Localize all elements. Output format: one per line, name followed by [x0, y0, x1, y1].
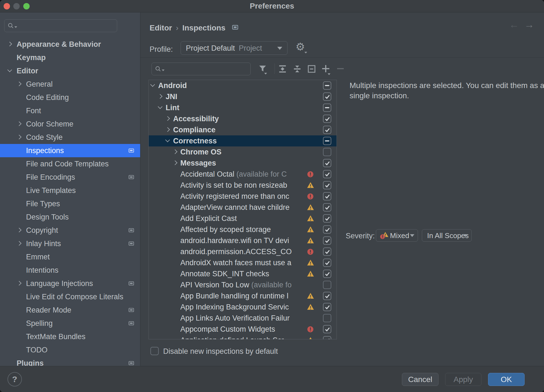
- sidebar-item-color-scheme[interactable]: Color Scheme: [0, 117, 140, 131]
- checkbox-checked[interactable]: [323, 259, 331, 267]
- chevron-right-icon[interactable]: [166, 117, 170, 120]
- checkbox-checked[interactable]: [323, 336, 331, 339]
- reset-inspection-icon[interactable]: [307, 65, 316, 73]
- chevron-right-icon[interactable]: [17, 122, 21, 126]
- apply-button[interactable]: Apply: [445, 373, 481, 386]
- sidebar-item-textmate-bundles[interactable]: TextMate Bundles: [0, 330, 140, 343]
- checkbox-indeterminate[interactable]: [323, 104, 331, 112]
- tree-item-adapterview-cannot-have-childre[interactable]: AdapterView cannot have childre: [149, 202, 337, 213]
- profile-gear-icon[interactable]: ⚙: [296, 41, 305, 53]
- sidebar-item-appearance-behavior[interactable]: Appearance & Behavior: [0, 38, 140, 51]
- sidebar-item-general[interactable]: General: [0, 78, 140, 91]
- forward-icon[interactable]: →: [524, 20, 534, 30]
- severity-dropdown[interactable]: Mixed: [376, 229, 418, 242]
- tree-item-compliance[interactable]: Compliance: [149, 124, 337, 135]
- tree-item-app-bundle-handling-of-runtime-l[interactable]: App Bundle handling of runtime l: [149, 290, 337, 301]
- sidebar-item-file-and-code-templates[interactable]: File and Code Templates: [0, 157, 140, 171]
- add-inspection-icon[interactable]: [321, 65, 331, 76]
- sidebar-item-design-tools[interactable]: Design Tools: [0, 210, 140, 224]
- sidebar-item-reader-mode[interactable]: Reader Mode: [0, 303, 140, 317]
- tree-item-android-permission-access-co[interactable]: android.permission.ACCESS_CO: [149, 246, 337, 257]
- chevron-right-icon[interactable]: [17, 135, 21, 139]
- chevron-right-icon[interactable]: [17, 82, 21, 86]
- sidebar-item-language-injections[interactable]: Language Injections: [0, 277, 140, 290]
- sidebar-item-plugins[interactable]: Plugins: [0, 357, 140, 366]
- tree-item-accessibility[interactable]: Accessibility: [149, 113, 337, 124]
- chevron-right-icon[interactable]: [8, 42, 12, 46]
- sidebar-item-file-types[interactable]: File Types: [0, 197, 140, 210]
- tree-item-api-version-too-low[interactable]: API Version Too Low (available fo: [149, 279, 337, 290]
- help-button[interactable]: ?: [7, 372, 22, 386]
- expand-all-icon[interactable]: [278, 65, 287, 73]
- tree-item-application-defined-launch-scr[interactable]: Application-defined Launch Scr: [149, 335, 337, 339]
- checkbox-checked[interactable]: [323, 92, 331, 101]
- sidebar-item-inspections[interactable]: Inspections: [0, 144, 140, 157]
- sidebar-item-emmet[interactable]: Emmet: [0, 250, 140, 264]
- tree-item-app-links-auto-verification-failur[interactable]: App Links Auto Verification Failur: [149, 313, 337, 324]
- tree-item-android-hardware-wifi-on-tv-devi[interactable]: android.hardware.wifi on TV devi: [149, 235, 337, 246]
- checkbox-indeterminate[interactable]: [323, 137, 331, 145]
- checkbox-checked[interactable]: [323, 192, 331, 200]
- checkbox-checked[interactable]: [323, 181, 331, 189]
- tree-item-jni[interactable]: JNI: [149, 91, 337, 102]
- tree-item-lint[interactable]: Lint: [149, 102, 337, 113]
- cancel-button[interactable]: Cancel: [402, 373, 438, 386]
- tree-item-accidental-octal[interactable]: Accidental Octal (available for C: [149, 169, 337, 180]
- checkbox-checked[interactable]: [323, 170, 331, 178]
- checkbox-checked[interactable]: [323, 126, 331, 134]
- collapse-all-icon[interactable]: [293, 65, 301, 73]
- tree-item-android[interactable]: Android: [149, 80, 337, 91]
- search-options-caret-icon[interactable]: [14, 26, 17, 28]
- sidebar-item-inlay-hints[interactable]: Inlay Hints: [0, 237, 140, 250]
- checkbox-indeterminate[interactable]: [323, 81, 331, 90]
- search-options-caret-icon[interactable]: [162, 69, 165, 71]
- tree-item-add-explicit-cast[interactable]: Add Explicit Cast: [149, 213, 337, 224]
- checkbox-checked[interactable]: [323, 203, 331, 212]
- checkbox-unchecked[interactable]: [323, 281, 331, 289]
- checkbox-checked[interactable]: [323, 247, 331, 256]
- remove-inspection-icon[interactable]: [336, 65, 345, 73]
- filter-funnel-icon[interactable]: [258, 65, 268, 76]
- tree-item-activity-registered-more-than-onc[interactable]: Activity registered more than onc: [149, 191, 337, 202]
- checkbox-checked[interactable]: [323, 325, 331, 333]
- inspections-search-input[interactable]: [152, 63, 251, 75]
- sidebar-item-file-encodings[interactable]: File Encodings: [0, 171, 140, 184]
- disable-new-inspections-checkbox[interactable]: [150, 347, 159, 355]
- tree-item-annotate-sdk-int-checks[interactable]: Annotate SDK_INT checks: [149, 268, 337, 279]
- checkbox-checked[interactable]: [323, 159, 331, 167]
- back-icon[interactable]: ←: [509, 20, 519, 30]
- checkbox-checked[interactable]: [323, 115, 331, 123]
- chevron-right-icon[interactable]: [158, 94, 162, 98]
- profile-dropdown[interactable]: Project DefaultProject: [181, 41, 288, 55]
- sidebar-item-live-edit-of-compose-literals[interactable]: Live Edit of Compose Literals: [0, 290, 140, 303]
- sidebar-item-live-templates[interactable]: Live Templates: [0, 184, 140, 197]
- tree-item-correctness[interactable]: Correctness: [149, 135, 337, 146]
- tree-item-appcompat-custom-widgets[interactable]: Appcompat Custom Widgets: [149, 324, 337, 335]
- tree-item-activity-is-set-to-be-non-resizeab[interactable]: Activity is set to be non resizeab: [149, 180, 337, 191]
- sidebar-search-input[interactable]: [4, 19, 117, 32]
- tree-item-androidx-watch-faces-must-use-a[interactable]: AndroidX watch faces must use a: [149, 257, 337, 268]
- chevron-down-icon[interactable]: [158, 105, 162, 109]
- chevron-down-icon[interactable]: [8, 69, 12, 73]
- checkbox-unchecked[interactable]: [323, 148, 331, 156]
- checkbox-checked[interactable]: [323, 270, 331, 278]
- checkbox-checked[interactable]: [323, 303, 331, 311]
- sidebar-item-code-editing[interactable]: Code Editing: [0, 91, 140, 104]
- chevron-right-icon[interactable]: [17, 281, 21, 285]
- scope-dropdown[interactable]: In All Scopes: [422, 229, 472, 242]
- sidebar-item-code-style[interactable]: Code Style: [0, 131, 140, 144]
- checkbox-checked[interactable]: [323, 236, 331, 245]
- chevron-right-icon[interactable]: [173, 150, 177, 154]
- chevron-right-icon[interactable]: [17, 241, 21, 245]
- breadcrumb-editor[interactable]: Editor: [150, 24, 172, 32]
- checkbox-checked[interactable]: [323, 225, 331, 234]
- sidebar-item-keymap[interactable]: Keymap: [0, 51, 140, 64]
- tree-item-chrome-os[interactable]: Chrome OS: [149, 146, 337, 158]
- sidebar-item-copyright[interactable]: Copyright: [0, 224, 140, 237]
- checkbox-checked[interactable]: [323, 292, 331, 300]
- tree-item-app-indexing-background-servic[interactable]: App Indexing Background Servic: [149, 301, 337, 313]
- sidebar-item-todo[interactable]: TODO: [0, 343, 140, 357]
- chevron-right-icon[interactable]: [17, 228, 21, 232]
- chevron-down-icon[interactable]: [166, 139, 170, 143]
- chevron-down-icon[interactable]: [151, 83, 155, 87]
